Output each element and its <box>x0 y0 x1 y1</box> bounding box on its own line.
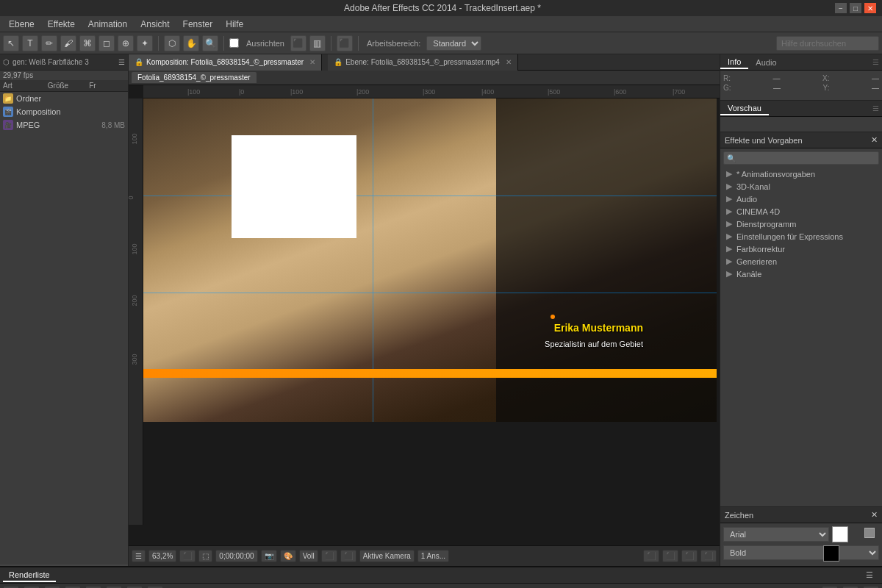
panel-menu-icon[interactable]: ☰ <box>118 58 125 66</box>
effects-item-animvorgaben[interactable]: ▶ * Animationsvorgaben <box>720 168 882 180</box>
tool-eraser[interactable]: ◻ <box>98 35 115 51</box>
separator-4 <box>358 36 359 51</box>
maximize-button[interactable]: □ <box>850 3 861 13</box>
info-label2: X: <box>822 74 829 82</box>
tool-text[interactable]: T <box>22 35 38 51</box>
font-name-row: Arial <box>723 526 879 542</box>
panel-menu-right[interactable]: ☰ <box>870 58 882 66</box>
motion-blur-btn[interactable]: ⬛ <box>681 550 698 562</box>
ctrl-btn-5[interactable]: ⬛ <box>85 586 101 589</box>
ctrl-right-1[interactable]: ⬛ <box>822 586 838 589</box>
comp-tab-main[interactable]: 🔒 Komposition: Fotolia_68938154_©_pressm… <box>129 54 322 71</box>
timeline-menu[interactable]: ☰ <box>860 569 879 581</box>
zeichen-panel: Zeichen ✕ Arial Bold <box>720 506 882 566</box>
sub-tab-fotolia[interactable]: Fotolia_68938154_©_pressmaster <box>132 72 257 83</box>
camera-select[interactable]: Aktive Kamera <box>359 550 415 562</box>
search-input[interactable] <box>776 36 879 51</box>
layer-tab-close[interactable]: ✕ <box>506 58 512 66</box>
tool-pan[interactable]: ✋ <box>183 35 199 51</box>
snapshot-btn[interactable]: 📷 <box>261 550 277 562</box>
minimize-button[interactable]: − <box>835 3 847 13</box>
view-select[interactable]: 1 Ans... <box>417 550 449 562</box>
vorschau-menu[interactable]: ☰ <box>870 104 882 112</box>
ausrichten-checkbox[interactable] <box>229 38 239 48</box>
arrow-icon: ▶ <box>726 169 732 179</box>
ctrl-btn-6[interactable]: ⬛ <box>106 586 122 589</box>
menu-hilfe[interactable]: Hilfe <box>220 18 249 31</box>
effects-item-dienstprogramm[interactable]: ▶ Dienstprogramm <box>720 218 882 230</box>
zeichen-close-icon[interactable]: ✕ <box>871 510 878 520</box>
arrow-icon: ▶ <box>726 244 732 254</box>
effects-item-audio[interactable]: ▶ Audio <box>720 193 882 205</box>
vorschau-content <box>720 117 882 132</box>
arbeitsbereich-select[interactable]: Standard <box>426 36 481 51</box>
ctrl-btn-4[interactable]: ⬛ <box>65 586 81 589</box>
3d-btn[interactable]: ⬛ <box>643 550 659 562</box>
background-color-swatch[interactable] <box>823 545 839 562</box>
effects-item-generieren[interactable]: ▶ Generieren <box>720 255 882 268</box>
effects-item-3dkanal[interactable]: ▶ 3D-Kanal <box>720 180 882 193</box>
comp-sub-tabs: Fotolia_68938154_©_pressmaster <box>129 71 720 85</box>
effects-header[interactable]: Effekte und Vorgaben ✕ <box>720 132 882 148</box>
video-name-text: Erika Mustermann <box>554 322 643 334</box>
zoom-display[interactable]: 63,2% <box>148 550 176 562</box>
item-size: 8,8 MB <box>101 121 125 129</box>
color-btn[interactable]: 🎨 <box>280 550 296 562</box>
comp-tab-layer[interactable]: 🔒 Ebene: Fotolia_68938154_©_pressmaster.… <box>328 54 518 71</box>
draft-btn[interactable]: ⬛ <box>662 550 678 562</box>
tool-camera[interactable]: ⬡ <box>164 35 180 51</box>
ctrl-right-3[interactable]: ⬛ <box>863 586 879 589</box>
effects-item-cinema[interactable]: ▶ CINEMA 4D <box>720 205 882 218</box>
effects-item-expressions[interactable]: ▶ Einstellungen für Expressions <box>720 230 882 243</box>
preview-btn[interactable]: ⬛ <box>337 35 353 51</box>
tool-zoom[interactable]: 🔍 <box>202 35 218 51</box>
tool-clone[interactable]: ⌘ <box>79 35 96 51</box>
align-btn-2[interactable]: ▥ <box>309 35 326 51</box>
quality-select[interactable]: Voll <box>299 550 318 562</box>
effects-item-farbkorrektur[interactable]: ▶ Farbkorrektur <box>720 243 882 255</box>
tab-vorschau[interactable]: Vorschau <box>720 102 769 115</box>
resolution-btn[interactable]: ⬛ <box>179 550 196 562</box>
menu-effekte[interactable]: Effekte <box>42 18 81 31</box>
menu-fenster[interactable]: Fenster <box>177 18 219 31</box>
tool-puppet[interactable]: ✦ <box>137 35 153 51</box>
tool-roto[interactable]: ⊕ <box>118 35 134 51</box>
ctrl-btn-1[interactable]: ⬛ <box>3 586 19 589</box>
foreground-color-swatch[interactable] <box>832 526 848 542</box>
grid-btn[interactable]: ⬛ <box>700 550 717 562</box>
ctrl-btn-7[interactable]: ⬛ <box>126 586 143 589</box>
list-item[interactable]: 🎥 MPEG 8,8 MB <box>0 118 128 132</box>
menu-ebene[interactable]: Ebene <box>3 18 40 31</box>
region-btn[interactable]: ⬚ <box>198 550 212 562</box>
timeline-controls: ⬛ ⬡ ☁ ⬛ ⬛ ⬛ ⬛ ⬛ ⬛ ⬛ ⬛ <box>0 584 882 588</box>
ctrl-btn-8[interactable]: ⬛ <box>147 586 163 589</box>
tool-brush[interactable]: 🖌 <box>60 35 76 51</box>
tool-pen[interactable]: ✏ <box>41 35 57 51</box>
effects-panel: Effekte und Vorgaben ✕ 🔍 ▶ * Animationsv… <box>720 132 882 506</box>
tab-renderliste[interactable]: Renderliste <box>3 569 56 582</box>
center-panel: 🔒 Komposition: Fotolia_68938154_©_pressm… <box>129 54 720 566</box>
menu-animation[interactable]: Animation <box>82 18 133 31</box>
list-item[interactable]: 🎬 Komposition <box>0 105 128 118</box>
timecode-display[interactable]: 0;00;00;00 <box>215 550 257 562</box>
stroke-btn[interactable] <box>864 528 875 538</box>
font-weight-select[interactable]: Bold <box>723 545 879 560</box>
tool-select[interactable]: ↖ <box>3 35 19 51</box>
effects-item-kanaele[interactable]: ▶ Kanäle <box>720 268 882 280</box>
close-button[interactable]: ✕ <box>864 3 876 13</box>
font-name-select[interactable]: Arial <box>723 527 829 542</box>
menu-ansicht[interactable]: Ansicht <box>135 18 175 31</box>
comp-menu-btn[interactable]: ☰ <box>132 550 146 562</box>
tab-info[interactable]: Info <box>720 56 748 69</box>
list-item[interactable]: 📁 Ordner <box>0 92 128 105</box>
channel-btn[interactable]: ⬛ <box>340 550 356 562</box>
render-btn[interactable]: ⬛ <box>321 550 337 562</box>
ctrl-btn-2[interactable]: ⬡ <box>24 586 40 589</box>
ctrl-btn-3[interactable]: ☁ <box>44 586 60 589</box>
comp-tab-close[interactable]: ✕ <box>309 58 315 66</box>
ctrl-right-2[interactable]: ⬛ <box>842 586 858 589</box>
effects-search-input[interactable] <box>736 154 875 162</box>
align-btn-1[interactable]: ⬛ <box>290 35 306 51</box>
tab-audio[interactable]: Audio <box>748 57 784 68</box>
effects-close-icon[interactable]: ✕ <box>871 135 878 145</box>
